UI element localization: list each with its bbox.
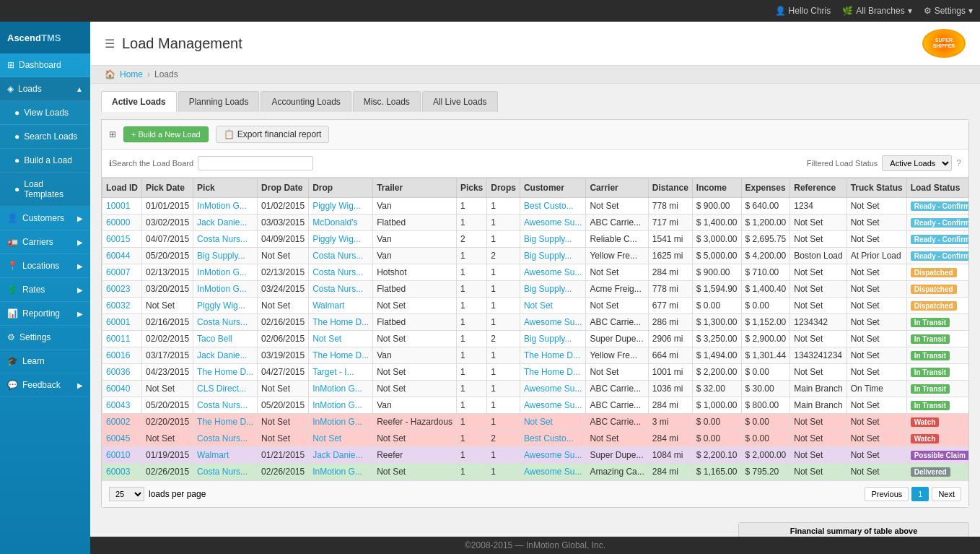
cell-expenses: $ 0.00 — [741, 298, 790, 314]
cell-carrier: ABC Carrie... — [586, 215, 648, 231]
cell-truck-status: Not Set — [846, 464, 906, 480]
cell-drops: 2 — [487, 248, 520, 264]
sidebar-item-carriers[interactable]: 🚛 Carriers ▶ — [0, 230, 90, 254]
settings-menu[interactable]: ⚙ Settings ▾ — [924, 6, 973, 16]
page-1-button[interactable]: 1 — [911, 487, 929, 501]
export-financial-button[interactable]: 📋 Export financial report — [216, 126, 330, 143]
tab-misc-loads[interactable]: Misc. Loads — [353, 91, 421, 112]
cell-picks: 1 — [456, 347, 486, 364]
cell-drops: 1 — [487, 314, 520, 331]
sidebar-item-locations[interactable]: 📍 Locations ▶ — [0, 254, 90, 278]
cell-distance: 284 mi — [648, 464, 692, 480]
cell-drop-date: 04/09/2015 — [258, 231, 309, 248]
col-carrier: Carrier — [586, 178, 648, 198]
sidebar-item-search-loads[interactable]: ● Search Loads — [0, 125, 90, 149]
cell-income: $ 0.00 — [692, 414, 741, 430]
cell-load-id: 60032 — [102, 298, 142, 314]
cell-income: $ 900.00 — [692, 198, 741, 215]
tab-planning-loads[interactable]: Planning Loads — [178, 91, 260, 112]
cell-load-id: 60007 — [102, 264, 142, 281]
cell-truck-status: At Prior Load — [846, 248, 906, 264]
status-badge: In Transit — [911, 318, 950, 327]
cell-expenses: $ 710.00 — [741, 264, 790, 281]
sidebar-item-load-templates[interactable]: ● Load Templates — [0, 173, 90, 207]
cell-load-status: Dispatched — [906, 298, 968, 314]
sidebar-item-settings[interactable]: ⚙ Settings — [0, 326, 90, 350]
build-new-load-button[interactable]: + Build a New Load — [123, 126, 209, 142]
breadcrumb-home[interactable]: Home — [120, 69, 143, 79]
cell-drops: 1 — [487, 397, 520, 414]
cell-drop-date: 04/27/2015 — [258, 364, 309, 381]
per-page-select[interactable]: 25 50 100 — [109, 487, 144, 501]
cell-reference: 1343241234 — [790, 347, 846, 364]
cell-income: $ 1,000.00 — [692, 397, 741, 414]
cell-pick: The Home D... — [193, 364, 258, 381]
cell-drop: Walmart — [309, 298, 373, 314]
cell-trailer: Van — [373, 248, 457, 264]
sidebar-item-learn[interactable]: 🎓 Learn — [0, 350, 90, 373]
status-badge: Watch — [911, 434, 940, 443]
cell-load-status: Delivered — [906, 464, 968, 480]
branches-menu[interactable]: 🌿 All Branches ▾ — [842, 6, 911, 16]
cell-load-status: Ready - Confirmation Signed — [906, 198, 968, 215]
loads-panel: ⊞ + Build a New Load 📋 Export financial … — [101, 119, 969, 508]
cell-carrier: Yellow Fre... — [586, 347, 648, 364]
status-badge: Possible Claim — [911, 451, 968, 460]
user-menu[interactable]: 👤 Hello Chris — [775, 6, 831, 16]
cell-trailer: Van — [373, 231, 457, 248]
cell-carrier: Yellow Fre... — [586, 248, 648, 264]
cell-carrier: Amazing Ca... — [586, 464, 648, 480]
cell-pick-date: 03/20/2015 — [142, 281, 193, 298]
status-badge: Dispatched — [911, 301, 957, 311]
status-badge: In Transit — [911, 351, 950, 360]
cell-income: $ 1,165.00 — [692, 464, 741, 480]
cell-picks: 1 — [456, 215, 486, 231]
status-badge: In Transit — [911, 334, 950, 344]
sidebar-item-build-load[interactable]: ● Build a Load — [0, 149, 90, 173]
cell-drop: InMotion G... — [309, 414, 373, 430]
cell-load-status: In Transit — [906, 314, 968, 331]
cell-customer: The Home D... — [520, 347, 585, 364]
breadcrumb: 🏠 Home › Loads — [90, 66, 980, 84]
sidebar-item-loads[interactable]: ◈ Loads ▲ — [0, 77, 90, 101]
sidebar-item-dashboard[interactable]: ⊞ Dashboard — [0, 53, 90, 77]
circle-icon: ● — [14, 184, 19, 194]
tab-active-loads[interactable]: Active Loads — [101, 91, 177, 112]
list-icon: ☰ — [105, 37, 115, 51]
gear-icon: ⚙ — [924, 6, 932, 16]
cell-load-status: In Transit — [906, 381, 968, 397]
tab-accounting-loads[interactable]: Accounting Loads — [261, 91, 351, 112]
footer: ©2008-2015 — InMotion Global, Inc. — [90, 537, 980, 554]
cell-carrier: ABC Carrie... — [586, 414, 648, 430]
cell-carrier: Not Set — [586, 364, 648, 381]
search-input[interactable] — [198, 156, 313, 170]
cell-pick-date: 04/23/2015 — [142, 364, 193, 381]
col-picks: Picks — [456, 178, 486, 198]
sidebar-item-label: Learn — [22, 356, 45, 366]
cell-drop: Costa Nurs... — [309, 248, 373, 264]
filter-status-select[interactable]: Active Loads All Loads Delivered — [882, 155, 952, 171]
sidebar-item-rates[interactable]: 💲 Rates ▶ — [0, 278, 90, 302]
next-page-button[interactable]: Next — [932, 487, 961, 501]
cell-truck-status: Not Set — [846, 264, 906, 281]
tab-all-live-loads[interactable]: All Live Loads — [422, 91, 498, 112]
settings-icon: ⚙ — [7, 332, 15, 342]
prev-page-button[interactable]: Previous — [865, 487, 909, 501]
col-drop-date: Drop Date — [258, 178, 309, 198]
cell-drop: McDonald's — [309, 215, 373, 231]
sidebar-item-view-loads[interactable]: ● View Loads — [0, 101, 90, 125]
sidebar-item-feedback[interactable]: 💬 Feedback ▶ — [0, 373, 90, 397]
sidebar-item-label: Search Loads — [24, 131, 77, 142]
footer-text: ©2008-2015 — InMotion Global, Inc. — [465, 540, 605, 550]
sidebar-item-reporting[interactable]: 📊 Reporting ▶ — [0, 302, 90, 326]
loads-table-wrapper: Load ID Pick Date Pick Drop Date Drop Tr… — [102, 178, 968, 480]
cell-pick: CLS Direct... — [193, 381, 258, 397]
cell-distance: 284 mi — [648, 397, 692, 414]
cell-truck-status: Not Set — [846, 364, 906, 381]
user-icon: 👤 — [775, 6, 786, 16]
table-row: 10001 01/01/2015 InMotion G... 01/02/201… — [102, 198, 969, 215]
sidebar-item-customers[interactable]: 👤 Customers ▶ — [0, 207, 90, 230]
cell-truck-status: Not Set — [846, 215, 906, 231]
cell-distance: 717 mi — [648, 215, 692, 231]
pagination-bar: 25 50 100 loads per page Previous 1 Next — [102, 480, 968, 507]
